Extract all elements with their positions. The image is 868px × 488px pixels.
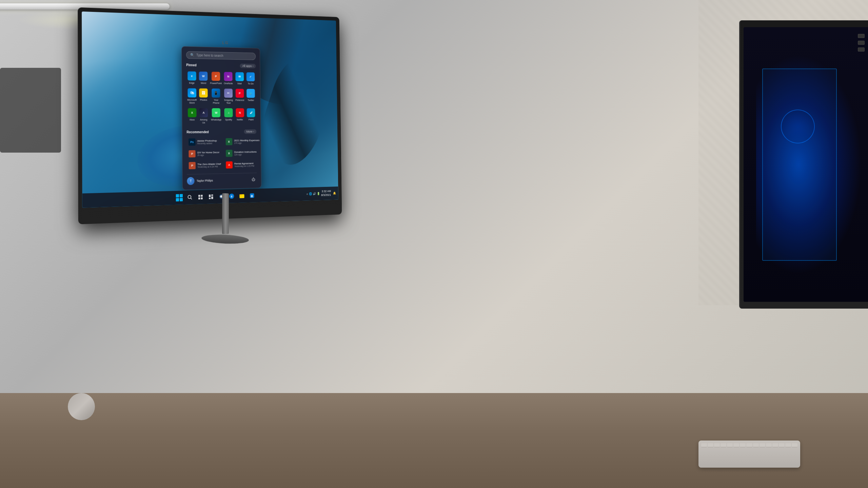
notification-icon[interactable]: 🔔 <box>333 192 336 195</box>
app-onenote[interactable]: N OneNote <box>223 70 234 86</box>
app-powerpoint[interactable]: P PowerPoint <box>209 70 222 86</box>
rec-donation[interactable]: X Donation Instructions 12h ago <box>224 148 261 159</box>
key-8[interactable] <box>746 443 752 447</box>
edge-label: Edge <box>189 81 195 84</box>
more-button[interactable]: More › <box>244 129 256 134</box>
app-whatsapp[interactable]: W WhatsApp <box>210 106 223 125</box>
app-twitter[interactable]: 🐦 Twitter <box>245 87 256 106</box>
app-amongus[interactable]: A Among Us <box>198 106 209 126</box>
svg-line-1 <box>191 198 192 199</box>
system-tray-icons: ∧ 🌐 🔊 🔋 <box>306 192 320 195</box>
start-button[interactable] <box>175 193 184 202</box>
app-photos[interactable]: 🖼 Photos <box>198 87 209 106</box>
app-pinterest[interactable]: P Pinterest <box>234 87 245 106</box>
msstore-icon: 🛍 <box>188 88 196 97</box>
win-logo-q2 <box>180 194 183 197</box>
battery-icon: 🔋 <box>317 192 320 195</box>
app-mail[interactable]: ✉ Mail <box>234 71 245 86</box>
scene: 🔍 Type here to search Pinned All apps › … <box>0 0 868 488</box>
yourphone-icon: 📱 <box>212 89 220 98</box>
search-icon: 🔍 <box>190 53 195 57</box>
start-menu: 🔍 Type here to search Pinned All apps › … <box>181 46 261 190</box>
photos-icon: 🖼 <box>199 89 208 98</box>
key-7[interactable] <box>740 443 746 447</box>
all-apps-button[interactable]: All apps › <box>240 63 256 68</box>
app-paint[interactable]: 🖌 Paint <box>245 107 256 126</box>
edge-taskbar-icon: e <box>229 193 234 199</box>
search-bar[interactable]: 🔍 Type here to search <box>186 51 256 60</box>
taskbar-store-button[interactable]: ▦ <box>248 191 256 200</box>
pinterest-icon: P <box>235 89 244 98</box>
volume-icon[interactable]: 🔊 <box>313 192 316 196</box>
key-6[interactable] <box>733 443 739 447</box>
taskview-button[interactable] <box>196 192 205 202</box>
pc-usb-port-2[interactable] <box>858 41 865 45</box>
mail-label: Mail <box>237 82 241 85</box>
widgets-button[interactable] <box>206 192 215 202</box>
donation-time: 12h ago <box>234 153 260 156</box>
key-1[interactable] <box>701 443 707 447</box>
key-15[interactable] <box>792 443 797 447</box>
donation-name: Donation Instructions <box>234 150 259 154</box>
amongus-label: Among Us <box>199 118 209 124</box>
app-edge[interactable]: e Edge <box>186 70 197 86</box>
rec-rental[interactable]: A Rental Agreement Yesterday at 1:15 PM <box>224 159 261 170</box>
key-4[interactable] <box>721 443 726 447</box>
chef-time: Yesterday at 4:24 PM <box>197 165 221 168</box>
date-text: 8/3/2021 <box>321 193 331 197</box>
taskbar-explorer-button[interactable] <box>238 191 246 200</box>
power-button[interactable]: ⏻ <box>250 176 257 183</box>
key-14[interactable] <box>785 443 791 447</box>
app-yourphone[interactable]: 📱 Your Phone <box>210 87 222 106</box>
widgets-icon <box>209 194 214 199</box>
key-11[interactable] <box>766 443 772 447</box>
clock[interactable]: 3:32 AM 8/3/2021 <box>321 190 331 197</box>
key-12[interactable] <box>772 443 778 447</box>
word-icon: W <box>199 72 208 81</box>
rec-diy[interactable]: P DIY for Home Decor 2h ago <box>187 148 223 159</box>
todo-label: To Do <box>248 82 254 85</box>
app-todo[interactable]: ✓ To Do <box>245 71 256 86</box>
app-msstore[interactable]: 🛍 Microsoft Store <box>186 86 197 106</box>
rec-photoshop[interactable]: Ps Adobe Photoshop Recently added <box>187 137 223 148</box>
app-word[interactable]: W Word <box>198 70 209 86</box>
twitter-icon: 🐦 <box>246 89 255 98</box>
taskbar-center-icons: 💬 e <box>175 191 256 202</box>
key-9[interactable] <box>753 443 759 447</box>
edge-icon: e <box>188 71 196 80</box>
taskbar-search-button[interactable] <box>185 193 194 202</box>
word-label: Word <box>201 82 206 85</box>
pc-usb-port-1[interactable] <box>858 34 865 38</box>
netflix-icon: N <box>236 108 244 117</box>
app-snipping[interactable]: ✂ Snipping Tool <box>223 87 234 106</box>
photoshop-time: Recently added <box>197 142 221 144</box>
search-placeholder-text: Type here to search <box>196 53 223 57</box>
svg-rect-3 <box>201 195 203 197</box>
key-10[interactable] <box>760 443 765 447</box>
rental-icon: A <box>226 161 233 169</box>
user-profile[interactable]: T Taylor Philips <box>187 177 213 185</box>
svg-rect-15 <box>239 194 241 195</box>
rec-expenses[interactable]: X 2021 Monthly Expenses 17h ago <box>224 136 261 147</box>
app-xbox[interactable]: X Xbox <box>186 106 198 126</box>
pinned-section-header: Pinned All apps › <box>186 62 256 68</box>
secondary-monitor-left <box>0 68 61 153</box>
key-3[interactable] <box>714 443 720 447</box>
svg-rect-2 <box>198 195 200 197</box>
network-icon[interactable]: 🌐 <box>309 192 312 196</box>
key-2[interactable] <box>708 443 713 447</box>
paint-label: Paint <box>249 118 254 121</box>
app-netflix[interactable]: N Netflix <box>234 106 245 125</box>
svg-rect-5 <box>201 197 203 199</box>
keyboard[interactable] <box>698 441 800 468</box>
key-5[interactable] <box>727 443 733 447</box>
rec-chef[interactable]: P The Zero-Waste Chef Yesterday at 4:24 … <box>187 160 223 171</box>
recommended-grid: Ps Adobe Photoshop Recently added X 2021… <box>187 136 257 171</box>
pc-audio-port[interactable] <box>858 47 865 52</box>
key-13[interactable] <box>779 443 785 447</box>
expenses-info: 2021 Monthly Expenses 17h ago <box>234 139 259 144</box>
cd-disc <box>68 393 95 420</box>
chevron-up-icon[interactable]: ∧ <box>306 193 308 195</box>
chef-info: The Zero-Waste Chef Yesterday at 4:24 PM <box>197 162 221 168</box>
app-spotify[interactable]: ♫ Spotify <box>223 106 234 125</box>
